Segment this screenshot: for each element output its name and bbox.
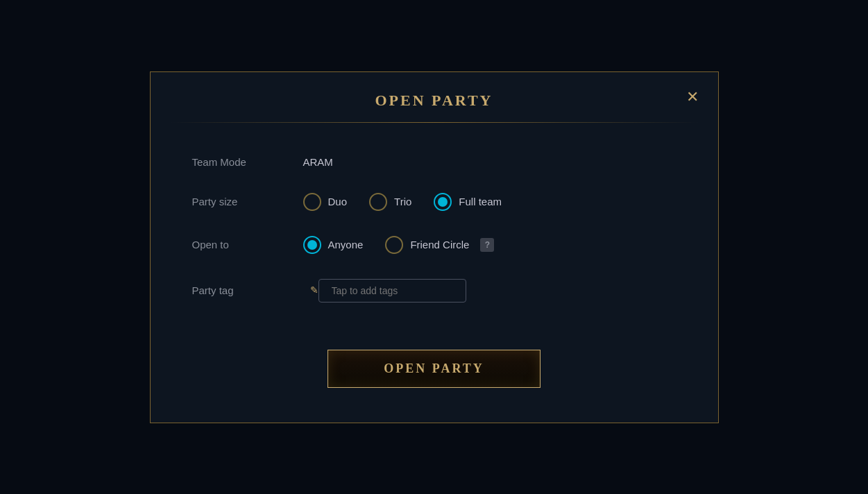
party-tag-row: Party tag ✎ (192, 266, 676, 315)
radio-full-team-label: Full team (459, 196, 502, 207)
party-size-trio[interactable]: Trio (369, 193, 411, 211)
open-to-options: Anyone Friend Circle ? (303, 236, 495, 254)
party-tag-input[interactable] (318, 279, 466, 303)
team-mode-label: Team Mode (192, 156, 303, 168)
modal-overlay: OPEN PARTY ✕ Team Mode ARAM Party size D… (0, 0, 868, 494)
modal-title: OPEN PARTY (375, 92, 493, 110)
party-size-options: Duo Trio Full team (303, 193, 502, 211)
friend-circle-help-icon[interactable]: ? (480, 238, 494, 252)
radio-trio (369, 193, 387, 211)
modal-header: OPEN PARTY ✕ (151, 72, 718, 122)
open-to-anyone[interactable]: Anyone (303, 236, 364, 254)
party-size-full-team[interactable]: Full team (434, 193, 502, 211)
open-to-friend-circle[interactable]: Friend Circle ? (385, 236, 494, 254)
edit-icon[interactable]: ✎ (310, 284, 318, 296)
radio-anyone-label: Anyone (328, 239, 364, 250)
radio-anyone (303, 236, 321, 254)
modal-body: Team Mode ARAM Party size Duo Trio (151, 123, 718, 336)
radio-duo-label: Duo (328, 196, 348, 207)
party-size-duo[interactable]: Duo (303, 193, 348, 211)
close-button[interactable]: ✕ (686, 90, 699, 105)
radio-full-team (434, 193, 452, 211)
open-party-btn-wrap: OPEN PARTY (151, 336, 718, 395)
party-size-row: Party size Duo Trio Full team (192, 180, 676, 223)
open-to-label: Open to (192, 239, 303, 250)
party-tag-label: Party tag (192, 284, 303, 296)
open-to-row: Open to Anyone Friend Circle ? (192, 223, 676, 266)
open-party-button[interactable]: OPEN PARTY (327, 350, 541, 388)
team-mode-row: Team Mode ARAM (192, 144, 676, 180)
radio-friend-circle-label: Friend Circle (410, 239, 469, 250)
team-mode-value: ARAM (303, 156, 333, 168)
party-size-label: Party size (192, 196, 303, 207)
party-tag-label-wrap: Party tag ✎ (192, 284, 318, 296)
radio-duo (303, 193, 321, 211)
open-party-modal: OPEN PARTY ✕ Team Mode ARAM Party size D… (150, 71, 719, 423)
radio-trio-label: Trio (394, 196, 411, 207)
radio-friend-circle (385, 236, 403, 254)
